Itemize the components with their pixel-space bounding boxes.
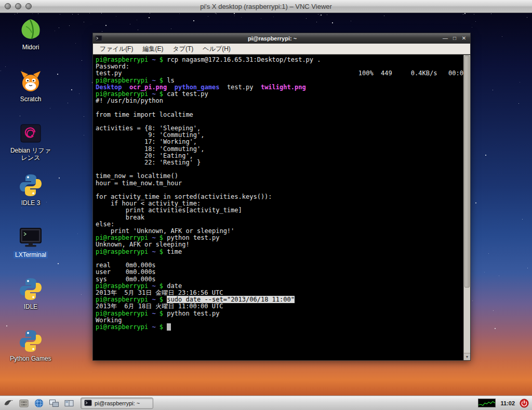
scrollbar-thumb[interactable] [464,56,470,288]
menu-item[interactable]: ヘルプ(H) [198,44,235,54]
terminal-text: 20: 'Eating', [96,152,193,159]
terminal-text: pi@raspberrypi [96,323,148,331]
desktop-icon-midori[interactable]: Midori [7,17,55,51]
terminal-text: Unknown, AFK or sleeping! [96,241,190,248]
vnc-window-title: pi's X desktop (raspberrypi:1) – VNC Vie… [0,3,532,10]
cpu-monitor-icon [478,399,496,407]
shutdown-button[interactable] [520,399,529,408]
terminal-line: hour = time_now.tm_hour [96,180,461,187]
desktop[interactable]: MidoriScratchDebian リファレンスIDLE 3LXTermin… [0,13,532,395]
terminal-text: $ [156,282,167,290]
terminal-text: sys 0m0.000s [96,276,156,283]
desktop-icon-label: IDLE [22,303,39,310]
web-browser-button[interactable] [33,397,45,409]
terminal-text: $ [156,90,167,98]
terminal-text: user 0m0.000s [96,268,156,276]
terminal-text: $ [156,323,167,331]
terminal-text: from time import localtime [96,111,193,118]
terminal-text: rcp nagasm@172.16.65.31:Desktop/test.py … [167,56,321,63]
terminal-text: ls [167,77,174,84]
desktop-icon-python-games[interactable]: Python Games [7,329,55,363]
desktop-icon-label: Debian リファレンス [7,147,55,161]
terminal-text: $ [156,234,167,241]
terminal-text: cat test.py [167,90,208,98]
terminal-text: 2013年 5月 31日 金曜日 23:16:56 UTC [96,289,223,296]
terminal-text: $ [156,310,167,317]
terminal-text: ocr_pi.png [129,84,167,91]
terminal-text [167,84,174,91]
terminal-text: activities = {8: 'Sleeping', [96,125,201,132]
terminal-text: pi@raspberrypi [96,310,148,317]
file-manager-button[interactable] [18,397,30,409]
terminal-text: Working [96,317,122,324]
terminal-text [253,84,260,91]
midori-leaf-icon [18,17,43,42]
terminal-text: for activity_time in sorted(activities.k… [96,193,272,200]
traffic-light-minimize[interactable] [15,3,21,9]
terminal-text: print activities[activity_time] [96,207,242,214]
terminal-text: ~ [152,90,155,98]
terminal-content[interactable]: pi@raspberrypi ~ $ rcp nagasm@172.16.65.… [93,55,470,360]
globe-icon [34,398,44,408]
terminal-text: pi@raspberrypi [96,282,148,290]
python-icon [18,277,43,302]
terminal-text: twilight.png [261,84,306,91]
desktop-pager-button[interactable] [63,397,75,409]
file-manager-icon [19,398,29,408]
lxterminal-monitor-icon [18,225,43,250]
terminal-titlebar[interactable]: pi@raspberrypi: ~ —□✕ [93,33,470,44]
terminal-line: break [96,214,461,221]
terminal-window: pi@raspberrypi: ~ —□✕ ファイル(F)編集(E)タブ(T)ヘ… [92,33,471,361]
desktop-icon-label: Scratch [19,95,43,103]
traffic-light-close[interactable] [5,3,11,9]
terminal-text: python_games [175,84,220,91]
terminal-text: pi@raspberrypi [96,296,148,303]
terminal-text: #! /usr/bin/python [96,97,163,104]
desktop-icon-scratch[interactable]: Scratch [7,69,55,103]
terminal-text: ~ [152,310,155,317]
terminal-text: 22: 'Resting' } [96,159,201,166]
terminal-line: from time import localtime [96,112,461,118]
terminal-text: print 'Unknown, AFK or sleeping!' [96,227,234,235]
scroll-down-button[interactable]: ▼ [464,353,470,360]
terminal-line: pi@raspberrypi ~ $ python test.py [96,310,461,317]
menu-item[interactable]: タブ(T) [168,44,198,54]
close-button[interactable]: ✕ [460,35,468,42]
menu-item[interactable]: 編集(E) [138,44,168,54]
terminal-output: pi@raspberrypi ~ $ rcp nagasm@172.16.65.… [93,55,470,331]
scratch-cat-icon [18,69,43,94]
desktop-icon-idle-3[interactable]: IDLE 3 [7,173,55,207]
desktop-icon-debian[interactable]: Debian リファレンス [7,121,55,162]
clock[interactable]: 11:02 [500,400,515,406]
terminal-text: pi@raspberrypi [96,56,148,63]
desktop-icon-label: IDLE 3 [20,199,42,207]
terminal-text: ~ [152,323,155,331]
taskbar-launchers [3,397,75,409]
desktop-icon-label: Midori [21,44,41,51]
taskbar-window-button[interactable]: pi@raspberrypi: ~ [81,398,153,409]
terminal-text: else: [96,221,114,228]
screens-button[interactable] [48,397,60,409]
terminal-menubar: ファイル(F)編集(E)タブ(T)ヘルプ(H) [93,44,470,54]
desktop-icon-idle[interactable]: IDLE [7,277,55,311]
traffic-light-zoom[interactable] [25,3,32,9]
terminal-scrollbar[interactable]: ▼ [463,55,470,360]
terminal-text: ~ [152,234,155,241]
maximize-button[interactable]: □ [450,35,459,42]
menu-item[interactable]: ファイル(F) [95,44,138,54]
terminal-text: python test.py [167,310,219,317]
desktop-icon-lxterminal[interactable]: LXTerminal [7,225,55,259]
minimize-button[interactable]: — [441,35,449,42]
menu-button[interactable] [3,397,15,409]
debian-reference-icon [18,121,43,146]
vnc-titlebar[interactable]: pi's X desktop (raspberrypi:1) – VNC Vie… [0,0,532,13]
screens-icon [49,398,59,408]
terminal-text: ~ [152,296,155,303]
terminal-line: pi@raspberrypi ~ $ time [96,249,461,255]
python-icon [18,329,43,353]
terminal-task-icon [84,399,92,407]
terminal-line: pi@raspberrypi ~ $ [96,324,461,331]
terminal-text: break [96,214,144,221]
terminal-text [167,323,170,331]
terminal-text: ~ [152,77,155,84]
